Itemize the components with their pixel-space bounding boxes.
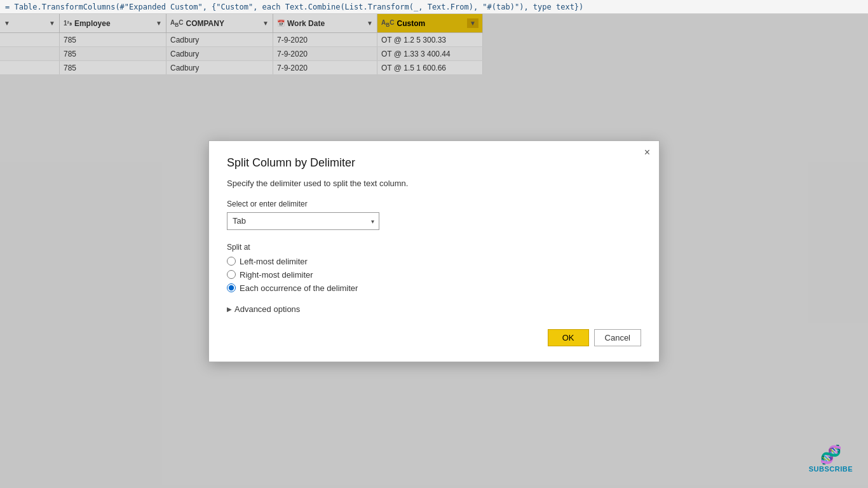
- split-column-dialog: × Split Column by Delimiter Specify the …: [208, 140, 660, 362]
- advanced-chevron-icon: ▶: [227, 306, 232, 313]
- radio-each-occurrence-label: Each occurrence of the delimiter: [240, 283, 358, 293]
- split-at-radio-group: Left-most delimiter Right-most delimiter…: [227, 257, 641, 293]
- advanced-options-toggle[interactable]: ▶ Advanced options: [227, 304, 641, 314]
- radio-right-most[interactable]: Right-most delimiter: [227, 270, 641, 280]
- formula-text: = Table.TransformColumns(#"Expanded Cust…: [5, 3, 583, 11]
- advanced-options-label: Advanced options: [234, 304, 300, 314]
- delimiter-select-wrapper: Tab Comma Semicolon Space Colon Custom ▾: [227, 212, 379, 230]
- ok-button[interactable]: OK: [548, 329, 589, 346]
- dialog-footer: OK Cancel: [227, 329, 641, 346]
- dialog-close-button[interactable]: ×: [644, 147, 650, 158]
- split-at-label: Split at: [227, 243, 641, 252]
- radio-right-most-input[interactable]: [227, 270, 236, 279]
- radio-left-most-label: Left-most delimiter: [240, 257, 308, 266]
- radio-each-occurrence-input[interactable]: [227, 283, 236, 292]
- delimiter-label: Select or enter delimiter: [227, 200, 641, 208]
- radio-left-most[interactable]: Left-most delimiter: [227, 257, 641, 266]
- dialog-subtitle: Specify the delimiter used to split the …: [227, 179, 641, 188]
- radio-left-most-input[interactable]: [227, 257, 236, 266]
- radio-each-occurrence[interactable]: Each occurrence of the delimiter: [227, 283, 641, 293]
- radio-right-most-label: Right-most delimiter: [240, 270, 313, 280]
- dialog-title: Split Column by Delimiter: [227, 156, 641, 170]
- formula-bar: = Table.TransformColumns(#"Expanded Cust…: [0, 0, 868, 14]
- cancel-button[interactable]: Cancel: [594, 329, 641, 346]
- delimiter-select[interactable]: Tab Comma Semicolon Space Colon Custom: [227, 212, 379, 230]
- dialog-overlay: × Split Column by Delimiter Specify the …: [0, 14, 868, 488]
